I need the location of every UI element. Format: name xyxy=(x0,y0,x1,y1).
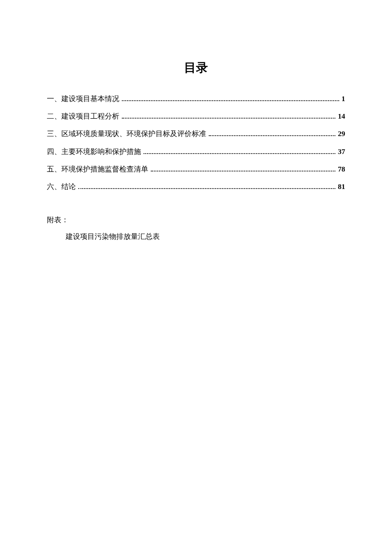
toc-entry-label: 五、环境保护措施监督检查清单 xyxy=(47,163,148,175)
appendix-section: 附表： 建设项目污染物排放量汇总表 xyxy=(47,214,345,243)
toc-entry-page: 29 xyxy=(338,128,345,139)
toc-entry-page: 78 xyxy=(338,163,345,175)
toc-entry-label: 一、建设项目基本情况 xyxy=(47,93,119,105)
toc-entry-dots xyxy=(122,100,339,101)
toc-entry-page: 37 xyxy=(338,146,345,157)
toc-entry-dots xyxy=(144,153,335,154)
table-of-contents: 一、建设项目基本情况 1 二、建设项目工程分析 14 三、区域环境质量现状、环境… xyxy=(47,93,345,192)
toc-entry: 二、建设项目工程分析 14 xyxy=(47,110,345,122)
toc-entry: 五、环境保护措施监督检查清单 78 xyxy=(47,163,345,175)
toc-entry: 一、建设项目基本情况 1 xyxy=(47,93,345,105)
toc-entry: 三、区域环境质量现状、环境保护目标及评价标准 29 xyxy=(47,128,345,139)
toc-entry-label: 六、结论 xyxy=(47,181,76,192)
toc-entry-dots xyxy=(209,135,335,136)
toc-entry-dots xyxy=(78,188,335,189)
appendix-item: 建设项目污染物排放量汇总表 xyxy=(47,230,345,244)
toc-title: 目录 xyxy=(47,60,345,76)
toc-entry-page: 81 xyxy=(338,181,345,192)
toc-entry-page: 1 xyxy=(342,93,346,105)
toc-entry-label: 二、建设项目工程分析 xyxy=(47,110,119,122)
toc-entry-dots xyxy=(122,118,335,119)
toc-entry-label: 四、主要环境影响和保护措施 xyxy=(47,146,141,157)
toc-entry: 六、结论 81 xyxy=(47,181,345,192)
toc-entry-dots xyxy=(151,171,335,171)
toc-entry: 四、主要环境影响和保护措施 37 xyxy=(47,146,345,157)
toc-entry-label: 三、区域环境质量现状、环境保护目标及评价标准 xyxy=(47,128,206,139)
appendix-heading: 附表： xyxy=(47,214,345,227)
toc-entry-page: 14 xyxy=(338,110,345,122)
